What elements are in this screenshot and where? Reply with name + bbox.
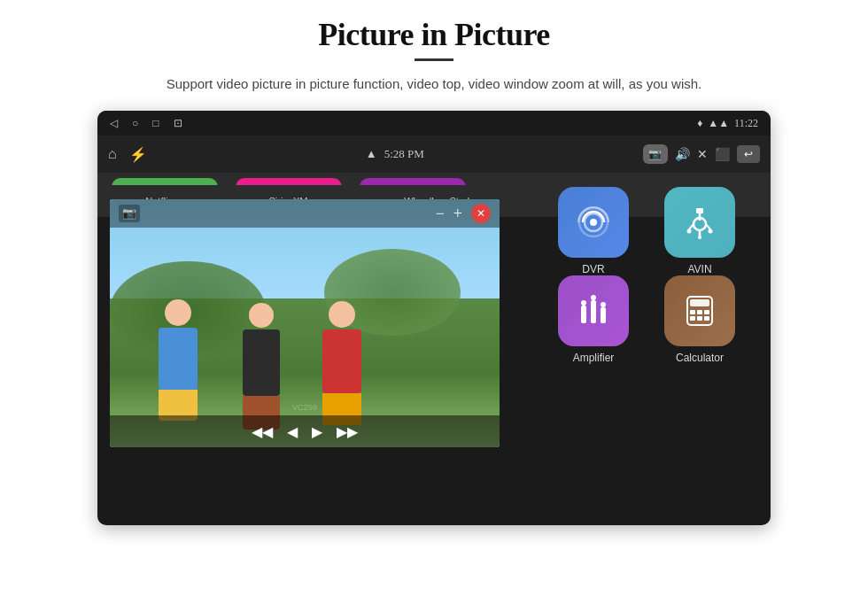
amplifier-svg <box>574 291 613 330</box>
pip-controls: − + ✕ <box>436 204 491 223</box>
calculator-svg <box>680 291 719 330</box>
video-content: VCZ99 <box>110 199 500 447</box>
dvr-label: DVR <box>582 263 604 275</box>
pip-plus-btn[interactable]: + <box>453 205 462 223</box>
person-1 <box>159 299 198 421</box>
next-btn[interactable]: ▶ <box>312 423 322 440</box>
prev-btn[interactable]: ◀ <box>287 423 298 440</box>
pip-camera-icon: 📷 <box>119 205 140 222</box>
svg-point-9 <box>709 229 713 234</box>
svg-rect-3 <box>696 208 703 213</box>
avin-label: AVIN <box>687 263 711 275</box>
location-icon: ♦ <box>697 117 702 130</box>
device-frame: ◁ ○ □ ⊡ ♦ ▲▲ 11:22 ⌂ ⚡ ▲ 5:28 PM 📷 <box>97 111 771 525</box>
rewind-btn[interactable]: ◀◀ <box>252 423 273 440</box>
undo-button[interactable]: ↩ <box>737 145 760 163</box>
svg-line-6 <box>689 224 694 229</box>
calculator-label: Calculator <box>676 352 724 364</box>
title-divider <box>415 58 453 61</box>
status-bar: ◁ ○ □ ⊡ ♦ ▲▲ 11:22 <box>97 111 771 136</box>
svg-point-11 <box>698 236 701 239</box>
page-title: Picture in Picture <box>318 16 550 53</box>
pip-top-bar: 📷 − + ✕ <box>110 199 500 228</box>
main-content: 📷 − + ✕ <box>97 173 771 217</box>
watermark: VCZ99 <box>292 403 317 412</box>
svg-point-2 <box>590 219 597 226</box>
amplifier-label: Amplifier <box>573 352 615 364</box>
page-wrapper: Picture in Picture Support video picture… <box>0 0 868 612</box>
app-amplifier[interactable]: Amplifier <box>540 275 647 364</box>
pip-icon[interactable]: ⬛ <box>715 147 730 162</box>
app-grid: DVR <box>523 173 771 217</box>
amplifier-icon-bg <box>558 275 629 346</box>
avin-svg <box>680 203 719 242</box>
nav-icons: ◁ ○ □ ⊡ <box>110 117 182 130</box>
svg-rect-20 <box>690 310 695 314</box>
back-icon[interactable]: ◁ <box>110 117 118 130</box>
svg-rect-14 <box>601 307 606 323</box>
wifi-icon: ▲▲ <box>708 117 729 130</box>
usb-icon[interactable]: ⚡ <box>129 146 147 163</box>
svg-rect-21 <box>697 310 702 314</box>
calculator-icon-bg <box>664 275 735 346</box>
pip-minus-btn[interactable]: − <box>436 205 445 223</box>
svg-rect-24 <box>697 316 702 321</box>
pip-close-btn[interactable]: ✕ <box>471 204 491 223</box>
svg-rect-13 <box>591 300 596 323</box>
svg-point-15 <box>581 300 586 306</box>
close-icon[interactable]: ✕ <box>697 147 708 162</box>
pip-video-window[interactable]: 📷 − + ✕ <box>110 199 500 447</box>
car-wifi-icon: ▲ <box>366 147 377 161</box>
svg-point-8 <box>687 229 692 234</box>
menu-icon[interactable]: ⊡ <box>174 117 182 130</box>
dvr-icon-bg <box>558 187 629 258</box>
page-subtitle: Support video picture in picture functio… <box>167 74 701 95</box>
forward-btn[interactable]: ▶▶ <box>337 423 358 440</box>
svg-rect-12 <box>581 306 586 323</box>
svg-point-16 <box>591 295 596 300</box>
app-calculator[interactable]: Calculator <box>647 275 753 364</box>
app-dvr[interactable]: DVR <box>540 187 647 275</box>
car-left-icons: ⌂ ⚡ <box>108 146 147 163</box>
volume-icon[interactable]: 🔊 <box>675 147 690 162</box>
car-top-bar: ⌂ ⚡ ▲ 5:28 PM 📷 🔊 ✕ ⬛ ↩ <box>97 136 771 173</box>
avin-icon-bg <box>664 187 735 258</box>
app-avin[interactable]: AVIN <box>647 187 753 275</box>
person-2 <box>243 303 280 430</box>
car-right-icons: 📷 🔊 ✕ ⬛ ↩ <box>643 144 760 164</box>
svg-line-7 <box>706 224 710 229</box>
time-display: 11:22 <box>734 117 758 130</box>
svg-point-17 <box>601 302 606 307</box>
home-icon[interactable]: ○ <box>132 117 138 130</box>
car-center-area: ▲ 5:28 PM <box>366 147 424 161</box>
camera-button[interactable]: 📷 <box>643 144 668 164</box>
svg-rect-23 <box>690 316 695 321</box>
home-car-icon[interactable]: ⌂ <box>108 146 117 162</box>
svg-rect-19 <box>690 299 709 306</box>
dvr-svg <box>574 203 613 242</box>
pip-bottom-bar: ◀◀ ◀ ▶ ▶▶ <box>110 415 500 447</box>
person-3 <box>322 301 361 425</box>
svg-rect-22 <box>704 310 709 314</box>
status-right-icons: ♦ ▲▲ 11:22 <box>697 117 758 130</box>
svg-rect-25 <box>704 316 709 321</box>
recents-icon[interactable]: □ <box>152 117 159 130</box>
car-time: 5:28 PM <box>384 147 424 161</box>
